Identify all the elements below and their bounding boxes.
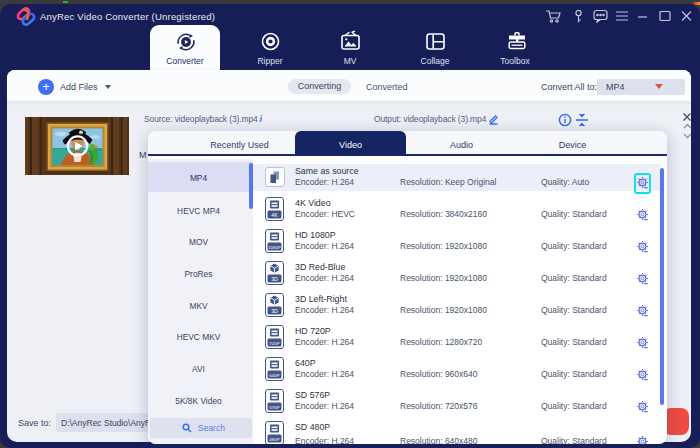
svg-text:4K: 4K	[271, 212, 278, 218]
svg-text:576P: 576P	[269, 405, 279, 410]
svg-text:3D: 3D	[271, 308, 278, 314]
svg-text:480P: 480P	[269, 437, 279, 442]
svg-text:640P: 640P	[269, 373, 279, 378]
svg-text:3D: 3D	[271, 276, 278, 282]
svg-text:720P: 720P	[269, 341, 279, 346]
svg-text:1080P: 1080P	[268, 245, 281, 250]
